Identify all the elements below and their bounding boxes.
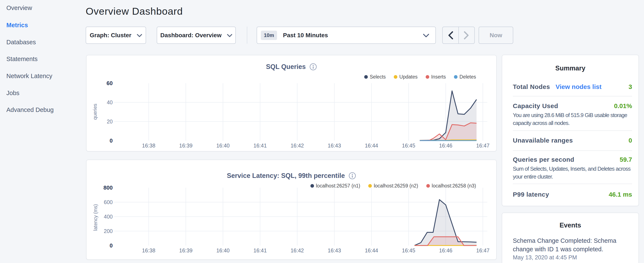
graph-dropdown[interactable]: Graph: Cluster [86,27,146,44]
summary-row-queries-per-second: Queries per second59.7Sum of Selects, Up… [513,151,632,184]
chevron-left-icon [448,31,453,40]
summary-row-capacity-used: Capacity Used0.01%You are using 28.6 MiB… [513,96,632,131]
service-latency-chart-card: Service Latency: SQL, 99th percentileloc… [86,160,497,260]
svg-text:40: 40 [107,99,113,105]
svg-text:60: 60 [106,80,113,86]
svg-text:16:44: 16:44 [365,143,378,149]
page-title: Overview Dashboard [86,6,183,17]
chart-plot: 020406016:3816:3916:4016:4116:4216:4316:… [86,55,497,152]
summary-row-label: Unavailable ranges [513,137,573,144]
sidebar-item-metrics[interactable]: Metrics [6,22,28,29]
summary-title: Summary [502,65,638,72]
svg-text:16:38: 16:38 [142,143,156,149]
summary-row-value: 3 [628,83,632,90]
svg-text:16:46: 16:46 [439,143,452,149]
toolbar-divider [247,27,247,44]
svg-text:16:39: 16:39 [179,143,193,149]
summary-panel: Summary Total NodesView nodes list3Capac… [502,55,639,206]
svg-text:latency (ms): latency (ms) [93,204,98,231]
chevron-down-icon [423,34,429,38]
summary-row-label: Queries per second [513,156,574,163]
svg-text:16:45: 16:45 [402,247,416,253]
summary-row-value: 0.01% [614,102,632,110]
svg-text:16:44: 16:44 [365,247,378,253]
svg-text:800: 800 [104,184,113,191]
view-nodes-list-link[interactable]: View nodes list [556,83,602,90]
svg-text:16:42: 16:42 [291,143,304,149]
next-time-window-button[interactable] [458,27,474,43]
svg-text:20: 20 [107,119,113,124]
summary-row-p99-latency: P99 latency46.1 ms [513,184,632,198]
sidebar-item-databases[interactable]: Databases [6,39,36,46]
dashboard-dropdown[interactable]: Dashboard: Overview [157,27,236,44]
svg-text:400: 400 [104,214,113,220]
chevron-right-icon [464,31,469,40]
svg-text:200: 200 [104,228,113,234]
svg-text:16:47: 16:47 [476,143,490,149]
svg-text:16:38: 16:38 [142,247,156,253]
chevron-down-icon [137,34,142,37]
svg-text:16:40: 16:40 [216,143,230,149]
sidebar-item-advanced-debug[interactable]: Advanced Debug [6,106,54,113]
svg-text:16:45: 16:45 [402,143,416,149]
summary-row-value: 0 [628,137,632,144]
summary-row-label: Total Nodes [513,83,550,90]
event-text: Schema Change Completed: Schema change w… [513,236,632,253]
sidebar-item-overview[interactable]: Overview [6,5,32,12]
svg-text:16:46: 16:46 [439,247,452,253]
now-button[interactable]: Now [478,27,513,44]
sidebar: OverviewMetricsDatabasesStatementsNetwor… [0,0,76,263]
svg-text:0: 0 [110,137,113,144]
sidebar-item-network-latency[interactable]: Network Latency [6,73,52,80]
svg-text:600: 600 [104,199,113,205]
svg-text:16:42: 16:42 [291,247,304,253]
chevron-down-icon [227,34,232,37]
summary-row-label: Capacity Used [513,102,558,110]
sidebar-item-statements[interactable]: Statements [6,56,38,63]
summary-row-value: 46.1 ms [609,191,632,198]
time-range-label: Past 10 Minutes [283,32,418,39]
svg-text:0: 0 [110,242,113,249]
chart-plot: 020040060080016:3816:3916:4016:4116:4216… [86,160,497,260]
svg-text:16:40: 16:40 [216,247,230,253]
svg-text:16:41: 16:41 [254,143,267,149]
time-window-arrows [442,27,475,44]
svg-text:16:43: 16:43 [328,143,341,149]
sidebar-item-jobs[interactable]: Jobs [6,90,19,97]
prev-time-window-button[interactable] [443,27,458,43]
summary-row-description: Sum of Selects, Updates, Inserts, and De… [513,165,632,181]
dashboard-dropdown-label: Dashboard: Overview [160,32,222,39]
summary-row-label: P99 latency [513,191,549,198]
summary-row-value: 59.7 [620,156,632,163]
svg-text:16:41: 16:41 [254,247,267,253]
event-timestamp: May 13, 2020 at 4:45 PM [513,254,632,261]
svg-text:16:43: 16:43 [328,247,341,253]
time-range-selector[interactable]: 10m Past 10 Minutes [256,27,436,44]
events-panel: Events Schema Change Completed: Schema c… [502,212,639,263]
svg-text:16:47: 16:47 [476,247,490,253]
summary-row-total-nodes: Total NodesView nodes list3 [513,72,632,96]
svg-text:16:39: 16:39 [179,247,193,253]
events-title: Events [502,221,638,229]
sql-queries-chart-card: SQL QueriesSelectsUpdatesInsertsDeletes0… [86,55,497,151]
graph-dropdown-label: Graph: Cluster [90,32,132,39]
event-item: Schema Change Completed: Schema change w… [513,236,632,261]
summary-row-unavailable-ranges: Unavailable ranges0 [513,131,632,151]
time-range-badge: 10m [261,31,277,40]
summary-row-description: You are using 28.6 MiB of 515.9 GiB usab… [513,111,632,127]
svg-text:queries: queries [92,104,98,120]
